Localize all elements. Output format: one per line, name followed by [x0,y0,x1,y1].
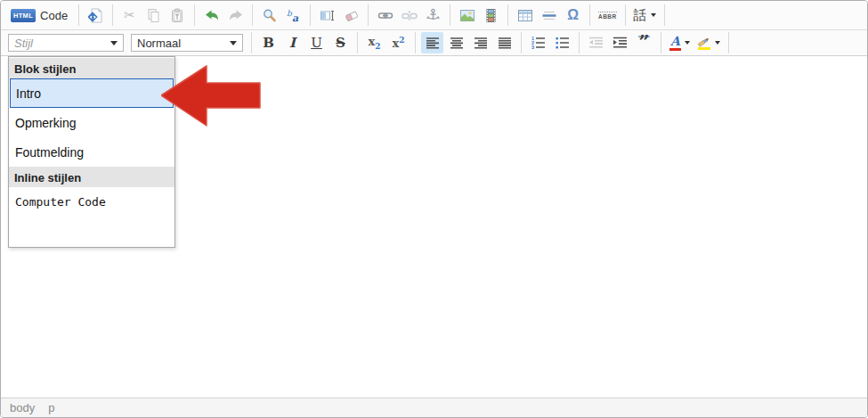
align-center-button[interactable] [445,32,467,53]
separator [625,4,626,26]
remove-format-button[interactable] [340,4,362,26]
subscript-icon: x2 [368,35,380,51]
source-code-label: Code [40,9,68,22]
italic-icon: I [289,35,296,51]
link-icon [377,8,393,23]
chevron-down-icon [230,41,237,45]
styles-combo[interactable]: Stijl [8,34,124,52]
format-combo[interactable]: Normaal [131,34,243,52]
text-color-button[interactable]: A [667,32,693,53]
dropdown-section-header: Blok stijlen [9,58,174,78]
style-option-foutmelding[interactable]: Foutmelding [10,137,174,167]
justify-icon [498,36,512,50]
red-arrow-annotation [161,65,262,127]
replace-icon: b a [286,8,301,23]
special-char-icon: Ω [567,7,579,23]
cut-button[interactable]: ✂ [118,4,141,26]
source-code-button[interactable]: HTML Code [5,4,73,26]
style-option-computer-code[interactable]: Computer Code [10,187,174,217]
separator [521,32,522,53]
language-button[interactable]: 話 [631,4,659,26]
path-item-body[interactable]: body [10,401,35,414]
separator [112,4,113,26]
bulleted-list-button[interactable] [551,32,573,53]
cut-icon: ✂ [124,7,135,23]
chevron-down-icon [110,41,118,45]
replace-button[interactable]: b a [282,4,304,26]
media-button[interactable] [480,4,502,26]
templates-icon [88,8,103,23]
underline-icon: U [311,35,322,51]
justify-button[interactable] [493,32,515,53]
html-badge-icon: HTML [11,9,36,22]
align-center-icon [450,36,464,50]
italic-button[interactable]: I [281,32,304,53]
style-option-opmerking[interactable]: Opmerking [10,108,174,137]
separator [368,4,369,26]
media-icon [483,8,499,23]
numbered-list-button[interactable]: 123 [527,32,549,53]
undo-icon [204,8,220,23]
indent-button[interactable] [609,32,631,53]
anchor-button[interactable] [422,4,444,26]
separator [728,32,729,53]
special-char-button[interactable]: Ω [562,4,584,26]
align-right-button[interactable] [469,32,491,53]
image-icon [459,8,475,23]
separator [661,32,661,53]
redo-icon [228,8,244,23]
table-icon [517,8,533,23]
paste-text-button[interactable] [166,4,189,26]
highlight-icon [697,37,711,50]
horizontal-rule-icon [541,8,557,23]
strikethrough-button[interactable]: S [329,32,352,53]
copy-icon [146,8,161,23]
underline-button[interactable]: U [305,32,328,53]
styles-combo-label: Stijl [14,37,33,50]
table-button[interactable] [514,4,536,26]
select-all-button[interactable] [316,4,338,26]
superscript-button[interactable]: x2 [387,32,410,53]
redo-button[interactable] [224,4,247,26]
svg-text:a: a [292,12,299,23]
highlight-button[interactable] [694,32,723,53]
separator [251,32,252,53]
link-button[interactable] [374,4,396,26]
chevron-down-icon [651,13,656,17]
toolbar-row-2: Stijl Normaal B I U S x2 [1,30,867,55]
unlink-button[interactable] [398,4,420,26]
unlink-icon [402,8,418,23]
style-option-intro[interactable]: Intro [10,78,174,108]
separator [252,4,253,26]
rich-text-editor: HTML Code ✂ [0,0,868,418]
align-left-button[interactable] [421,32,443,53]
toolbar: HTML Code ✂ [1,1,867,56]
bold-button[interactable]: B [257,32,280,53]
styles-dropdown-panel: Blok stijlen Intro Opmerking Foutmelding… [8,56,175,248]
strikethrough-icon: S [336,35,345,51]
separator [507,4,508,26]
horizontal-rule-button[interactable] [538,4,560,26]
indent-icon [612,36,628,50]
align-left-icon [426,36,440,50]
separator [357,32,358,53]
separator [664,4,665,26]
copy-button[interactable] [142,4,165,26]
find-button[interactable] [258,4,280,26]
image-button[interactable] [456,4,478,26]
templates-button[interactable] [85,4,107,26]
language-icon: 話 [634,7,647,24]
path-item-p[interactable]: p [48,401,54,414]
paste-text-icon [170,8,185,23]
undo-button[interactable] [200,4,223,26]
outdent-button[interactable] [585,32,607,53]
separator [310,4,311,26]
separator [78,4,79,26]
subscript-button[interactable]: x2 [363,32,385,53]
blockquote-button[interactable]: ” [633,32,655,53]
abbreviation-button[interactable]: ABBR [596,4,619,26]
chevron-down-icon [715,41,720,45]
outdent-icon [588,36,604,50]
remove-format-icon [344,8,360,23]
separator [579,32,580,53]
